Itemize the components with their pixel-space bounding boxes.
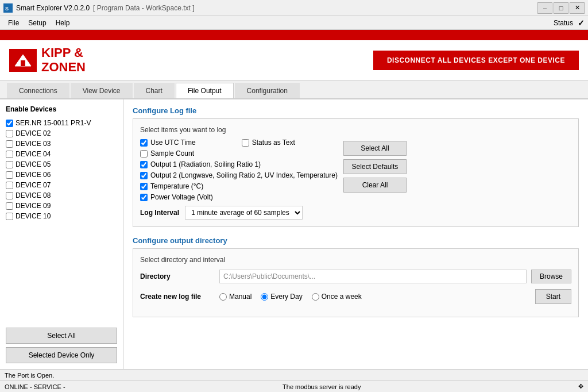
- title-bar-left: S Smart Explorer V2.0.2.0 [ Program Data…: [3, 3, 195, 13]
- tab-connections[interactable]: Connections: [7, 83, 69, 98]
- power-voltage-checkbox[interactable]: [140, 194, 148, 201]
- radio-once-week-input[interactable]: [312, 293, 319, 301]
- items-checkboxes: Use UTC Time Status as Text Sample Count: [140, 139, 338, 201]
- modbus-status: The modbus server is ready: [283, 383, 361, 390]
- checkbox-temperature: Temperature (°C): [140, 182, 338, 190]
- sample-count-checkbox[interactable]: [140, 150, 148, 157]
- start-button[interactable]: Start: [535, 289, 571, 304]
- device-checkbox-9[interactable]: [6, 213, 13, 220]
- device-checkbox-0[interactable]: [6, 120, 13, 127]
- title-bar: S Smart Explorer V2.0.2.0 [ Program Data…: [0, 0, 588, 16]
- status-checkmark: ✓: [578, 18, 585, 28]
- device-label-0: SER.NR 15-0011 PR1-V: [16, 119, 91, 127]
- use-utc-label: Use UTC Time: [150, 139, 196, 147]
- tab-configuration[interactable]: Configuration: [235, 83, 300, 98]
- tab-file-output[interactable]: File Output: [176, 83, 234, 98]
- log-subtitle: Select items you want to log: [140, 126, 571, 134]
- port-status: The Port is Open.: [5, 372, 54, 379]
- browse-button[interactable]: Browse: [531, 270, 571, 283]
- list-item: DEVICE 07: [6, 180, 117, 190]
- directory-label: Directory: [140, 272, 215, 280]
- log-interval-select[interactable]: 1 minute average of 60 samples 5 minute …: [185, 206, 303, 220]
- log-interval-row: Log Interval 1 minute average of 60 samp…: [140, 206, 571, 220]
- tab-bar: Connections View Device Chart File Outpu…: [0, 80, 588, 99]
- status-bar-bottom: ONLINE - SERVICE - The modbus server is …: [0, 381, 588, 392]
- clear-all-button[interactable]: Clear All: [343, 178, 407, 193]
- temperature-checkbox[interactable]: [140, 183, 148, 190]
- configure-output-title: Configure output directory: [133, 236, 579, 245]
- configure-output-box: Select directory and interval Directory …: [133, 248, 579, 317]
- sidebar-buttons: Select All Selected Device Only: [6, 322, 117, 363]
- radio-every-day-input[interactable]: [261, 293, 268, 301]
- radio-every-day[interactable]: Every Day: [261, 293, 302, 301]
- disconnect-button[interactable]: DISCONNECT ALL DEVICES EXCEPT ONE DEVICE: [373, 51, 579, 70]
- close-button[interactable]: ✕: [570, 2, 585, 14]
- selected-device-only-button[interactable]: Selected Device Only: [6, 347, 117, 363]
- svg-rect-4: [21, 60, 25, 66]
- logo-text: KIPP & ZONEN: [41, 46, 86, 74]
- configure-log-box: Select items you want to log Use UTC Tim…: [133, 118, 579, 227]
- checkbox-output2: Output 2 (Longwave, Soiling Ratio 2, UV …: [140, 171, 338, 179]
- list-item: SER.NR 15-0011 PR1-V: [6, 118, 117, 128]
- device-label-1: DEVICE 02: [16, 129, 51, 137]
- use-utc-checkbox[interactable]: [140, 139, 148, 147]
- radio-once-week-label: Once a week: [322, 293, 362, 301]
- status-bar-top: The Port is Open.: [0, 369, 588, 381]
- device-label-4: DEVICE 05: [16, 160, 51, 168]
- list-item: DEVICE 09: [6, 201, 117, 211]
- list-item: DEVICE 06: [6, 170, 117, 180]
- device-checkbox-1[interactable]: [6, 130, 13, 137]
- menu-bar: File Setup Help Status ✓: [0, 16, 588, 30]
- minimize-button[interactable]: –: [537, 2, 552, 14]
- device-checkbox-6[interactable]: [6, 182, 13, 189]
- radio-group: Manual Every Day Once a week: [219, 293, 362, 301]
- create-log-label: Create new log file: [140, 293, 215, 301]
- file-info: [ Program Data - WorkSpace.txt ]: [93, 4, 195, 12]
- tab-view-device[interactable]: View Device: [71, 83, 133, 98]
- resize-handle[interactable]: ✥: [578, 383, 583, 390]
- device-checkbox-3[interactable]: [6, 151, 13, 158]
- directory-input[interactable]: [219, 270, 527, 283]
- output2-label: Output 2 (Longwave, Soiling Ratio 2, UV …: [150, 171, 338, 179]
- radio-once-week[interactable]: Once a week: [312, 293, 362, 301]
- select-defaults-button[interactable]: Select Defaults: [343, 159, 407, 174]
- radio-manual-label: Manual: [229, 293, 252, 301]
- sidebar: Enable Devices SER.NR 15-0011 PR1-V DEVI…: [0, 99, 123, 369]
- device-label-6: DEVICE 07: [16, 181, 51, 189]
- output1-label: Output 1 (Radiation, Soiling Ratio 1): [150, 160, 261, 168]
- device-label-9: DEVICE 10: [16, 212, 51, 220]
- device-checkbox-8[interactable]: [6, 202, 13, 210]
- device-checkbox-4[interactable]: [6, 161, 13, 168]
- select-all-log-button[interactable]: Select All: [343, 141, 407, 156]
- list-item: DEVICE 08: [6, 190, 117, 201]
- create-log-row: Create new log file Manual Every Day Onc…: [140, 289, 571, 304]
- main-content: Enable Devices SER.NR 15-0011 PR1-V DEVI…: [0, 99, 588, 369]
- device-checkbox-7[interactable]: [6, 192, 13, 199]
- power-voltage-label: Power Voltage (Volt): [150, 193, 213, 201]
- device-label-3: DEVICE 04: [16, 150, 51, 158]
- menu-help[interactable]: Help: [51, 18, 75, 28]
- device-label-5: DEVICE 06: [16, 171, 51, 179]
- select-all-button[interactable]: Select All: [6, 328, 117, 344]
- maximize-button[interactable]: □: [554, 2, 568, 14]
- directory-row: Directory Browse: [140, 270, 571, 283]
- radio-manual[interactable]: Manual: [219, 293, 252, 301]
- app-icon: S: [3, 3, 13, 13]
- tab-chart[interactable]: Chart: [134, 83, 175, 98]
- output-subtitle: Select directory and interval: [140, 256, 571, 264]
- list-item: DEVICE 04: [6, 149, 117, 159]
- radio-manual-input[interactable]: [219, 293, 227, 301]
- menu-file[interactable]: File: [3, 18, 24, 28]
- right-panel: Configure Log file Select items you want…: [123, 99, 588, 369]
- device-checkbox-2[interactable]: [6, 140, 13, 148]
- list-item: DEVICE 05: [6, 159, 117, 170]
- list-item: DEVICE 02: [6, 128, 117, 139]
- checkbox-power-voltage: Power Voltage (Volt): [140, 193, 338, 201]
- device-label-8: DEVICE 09: [16, 202, 51, 210]
- output1-checkbox[interactable]: [140, 161, 148, 168]
- status-text-checkbox[interactable]: [242, 139, 249, 147]
- device-checkbox-5[interactable]: [6, 171, 13, 179]
- menu-setup[interactable]: Setup: [24, 18, 51, 28]
- list-item: DEVICE 10: [6, 211, 117, 221]
- output2-checkbox[interactable]: [140, 172, 148, 179]
